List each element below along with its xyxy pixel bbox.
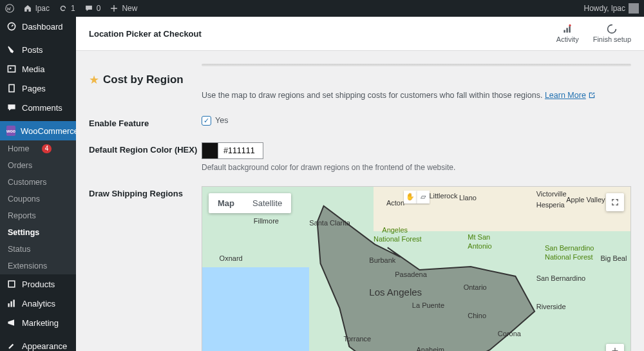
svg-rect-5 — [8, 281, 15, 287]
enable-feature-label: Enable Feature — [89, 116, 202, 128]
svg-point-0 — [6, 5, 14, 13]
sidebar-dashboard[interactable]: Dashboard — [0, 17, 76, 36]
site-name: lpac — [35, 4, 50, 13]
sidebar-woocommerce[interactable]: wooWooCommerce — [0, 121, 76, 140]
enable-feature-checkbox[interactable]: ✓ — [202, 116, 211, 126]
svg-point-14 — [608, 25, 616, 33]
color-help-text: Default background color for drawn regio… — [202, 163, 631, 172]
sidebar-appearance[interactable]: Appearance — [0, 336, 76, 351]
svg-rect-7 — [10, 301, 12, 307]
page-header: Location Picker at Checkout Activity Fin… — [76, 17, 644, 51]
svg-rect-4 — [9, 84, 14, 91]
section-heading: Cost by Region — [103, 73, 184, 86]
map-tool-polygon[interactable]: ▱ — [417, 191, 430, 204]
finish-setup-button[interactable]: Finish setup — [593, 24, 631, 43]
svg-point-13 — [569, 24, 571, 26]
map-tab-map[interactable]: Map — [209, 193, 243, 213]
map-tool-hand[interactable]: ✋ — [404, 191, 417, 204]
learn-more-link[interactable]: Learn More — [545, 90, 596, 102]
page-title: Location Picker at Checkout — [89, 29, 202, 39]
svg-rect-10 — [564, 30, 565, 33]
section-description: Use the map to draw regions and set ship… — [202, 91, 542, 100]
sidebar-woo-coupons[interactable]: Coupons — [0, 191, 76, 207]
color-input[interactable] — [218, 142, 263, 159]
wp-logo[interactable] — [5, 4, 14, 13]
svg-rect-2 — [8, 66, 15, 72]
activity-button[interactable]: Activity — [556, 24, 579, 43]
svg-rect-11 — [567, 28, 568, 32]
sidebar-woo-extensions[interactable]: Extensions — [0, 258, 76, 274]
map[interactable]: Los Angeles San Bernardino Riverside Lon… — [202, 186, 631, 351]
comments-count: 0 — [97, 4, 101, 13]
color-swatch[interactable] — [202, 142, 218, 159]
comments-link[interactable]: 0 — [84, 4, 101, 13]
new-label: New — [122, 4, 137, 13]
sidebar-media[interactable]: Media — [0, 59, 76, 79]
star-icon: ★ — [89, 73, 99, 87]
user-account[interactable]: Howdy, lpac — [584, 3, 639, 14]
map-fullscreen-button[interactable] — [606, 193, 624, 211]
svg-point-3 — [10, 68, 11, 69]
sidebar-posts[interactable]: Posts — [0, 40, 76, 59]
sidebar-woo-status[interactable]: Status — [0, 241, 76, 258]
admin-sidebar: Dashboard Posts Media Pages Comments woo… — [0, 17, 76, 351]
svg-rect-8 — [13, 299, 14, 307]
woo-icon: woo — [6, 126, 15, 136]
updates-link[interactable]: 1 — [59, 4, 75, 13]
howdy-text: Howdy, lpac — [584, 4, 625, 13]
new-link[interactable]: New — [109, 4, 137, 13]
map-zoom-in[interactable]: + — [606, 344, 624, 351]
sidebar-comments[interactable]: Comments — [0, 98, 76, 117]
updates-count: 1 — [71, 4, 75, 13]
enable-feature-value: Yes — [215, 116, 228, 125]
svg-rect-6 — [8, 303, 9, 307]
sidebar-pages[interactable]: Pages — [0, 79, 76, 98]
map-tab-satellite[interactable]: Satellite — [243, 193, 291, 213]
sidebar-woo-customers[interactable]: Customers — [0, 174, 76, 191]
sidebar-marketing[interactable]: Marketing — [0, 313, 76, 332]
svg-rect-12 — [569, 26, 571, 33]
sidebar-woo-reports[interactable]: Reports — [0, 207, 76, 224]
collapsed-strip — [202, 64, 631, 66]
draw-regions-label: Draw Shipping Regions — [89, 186, 202, 198]
sidebar-woo-orders[interactable]: Orders — [0, 157, 76, 174]
sidebar-woo-settings[interactable]: Settings — [0, 224, 76, 241]
home-badge: 4 — [42, 144, 52, 153]
avatar — [629, 3, 639, 14]
sidebar-products[interactable]: Products — [0, 274, 76, 294]
svg-marker-15 — [317, 206, 535, 351]
sidebar-analytics[interactable]: Analytics — [0, 294, 76, 313]
region-color-label: Default Region Color (HEX) — [89, 142, 202, 155]
site-home[interactable]: lpac — [23, 4, 50, 13]
sidebar-woo-home[interactable]: Home 4 — [0, 140, 76, 157]
